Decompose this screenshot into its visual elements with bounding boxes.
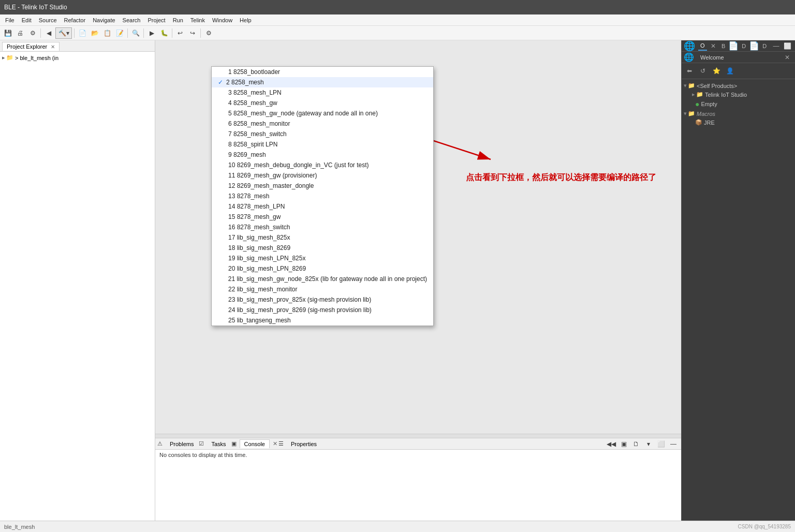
dropdown-item-11[interactable]: 11 8269_mesh_gw (provisioner)	[212, 170, 433, 181]
dropdown-item-22[interactable]: 22 lib_sig_mesh_monitor	[212, 284, 433, 294]
dropdown-item-12[interactable]: 12 8269_mesh_master_dongle	[212, 181, 433, 191]
right-action-btn2[interactable]: ↺	[697, 65, 709, 77]
bottom-toolbar-btn2[interactable]: ▣	[618, 438, 629, 450]
dropdown-item-label: 1 8258_bootloader	[228, 68, 280, 76]
console-content: No consoles to display at this time.	[155, 450, 681, 521]
right-tab-o[interactable]: O	[698, 41, 707, 51]
dropdown-item-7[interactable]: 7 8258_mesh_switch	[212, 129, 433, 139]
menu-telink[interactable]: Telink	[187, 16, 208, 24]
dropdown-item-1[interactable]: 1 8258_bootloader	[212, 67, 433, 77]
dropdown-item-17[interactable]: 17 lib_sig_mesh_825x	[212, 232, 433, 243]
right-tab-b[interactable]: B	[719, 42, 727, 50]
menu-file[interactable]: File	[2, 16, 18, 24]
dropdown-item-3[interactable]: 3 8258_mesh_LPN	[212, 87, 433, 98]
right-action-btn1[interactable]: ⬅	[684, 65, 695, 77]
tasks-tab[interactable]: Tasks	[207, 440, 230, 448]
dropdown-item-16[interactable]: 16 8278_mesh_switch	[212, 222, 433, 232]
right-panel-icon: 🌐	[684, 40, 695, 52]
dropdown-item-13[interactable]: 13 8278_mesh	[212, 191, 433, 201]
bottom-toolbar-btn4[interactable]: ▾	[643, 438, 654, 450]
properties-tab[interactable]: Properties	[287, 440, 321, 448]
dropdown-item-19[interactable]: 19 lib_sig_mesh_LPN_825x	[212, 253, 433, 263]
right-action-btn4[interactable]: 👤	[724, 65, 735, 77]
bottom-minimize[interactable]: —	[668, 438, 679, 450]
menu-window[interactable]: Window	[209, 16, 235, 24]
welcome-tab[interactable]: Welcome	[696, 53, 728, 62]
right-maximize[interactable]: ⬜	[783, 40, 793, 52]
toolbar-debug[interactable]: 🐛	[158, 27, 170, 39]
circle-icon: ●	[695, 100, 699, 108]
welcome-close[interactable]: ✕	[782, 52, 793, 63]
dropdown-item-24[interactable]: 24 lib_sig_mesh_prov_8269 (sig-mesh prov…	[212, 305, 433, 315]
dropdown-item-label: 21 lib_sig_mesh_gw_node_825x (lib for ga…	[228, 275, 427, 283]
right-panel-actions: ⬅ ↺ ⭐ 👤	[682, 63, 795, 79]
dropdown-item-23[interactable]: 23 lib_sig_mesh_prov_825x (sig-mesh prov…	[212, 294, 433, 305]
dropdown-item-15[interactable]: 15 8278_mesh_gw	[212, 212, 433, 222]
right-tree-macros[interactable]: ▾ 📁 Macros	[684, 109, 793, 118]
right-tab-d1[interactable]: D	[740, 42, 748, 50]
right-tree-telink[interactable]: ▸ 📁 Telink IoT Studio	[684, 90, 793, 99]
menu-search[interactable]: Search	[120, 16, 144, 24]
menu-refactor[interactable]: Refactor	[61, 16, 89, 24]
toolbar-undo[interactable]: ↩	[174, 27, 186, 39]
dropdown-item-18[interactable]: 18 lib_sig_mesh_8269	[212, 243, 433, 253]
dropdown-item-5[interactable]: 5 8258_mesh_gw_node (gateway and node al…	[212, 108, 433, 119]
properties-icon: ☰	[278, 440, 284, 447]
dropdown-item-8[interactable]: 8 8258_spirit LPN	[212, 139, 433, 150]
menu-run[interactable]: Run	[170, 16, 186, 24]
toolbar-copy[interactable]: 📋	[101, 27, 113, 39]
right-tree-arrow-2: ▸	[692, 91, 695, 98]
right-minimize[interactable]: —	[771, 40, 781, 52]
bottom-maximize[interactable]: ⬜	[655, 438, 667, 450]
console-tab[interactable]: Console	[240, 439, 270, 448]
status-bar: ble_lt_mesh CSDN @qq_54193285	[0, 521, 795, 532]
menu-help[interactable]: Help	[237, 16, 255, 24]
dropdown-item-21[interactable]: 21 lib_sig_mesh_gw_node_825x (lib for ga…	[212, 274, 433, 284]
bottom-toolbar-btn1[interactable]: ◀◀	[606, 438, 617, 450]
menu-edit[interactable]: Edit	[19, 16, 35, 24]
dropdown-item-9[interactable]: 9 8269_mesh	[212, 150, 433, 160]
project-explorer-close[interactable]: ✕	[51, 44, 55, 50]
right-tree-empty[interactable]: ● Empty	[684, 99, 793, 109]
toolbar-properties[interactable]: ⚙	[27, 27, 38, 39]
dropdown-item-25[interactable]: 25 lib_tangseng_mesh	[212, 315, 433, 326]
dropdown-item-10[interactable]: 10 8269_mesh_debug_dongle_in_VC (just fo…	[212, 160, 433, 170]
toolbar-open[interactable]: 📂	[89, 27, 100, 39]
toolbar-run[interactable]: ▶	[146, 27, 157, 39]
tree-item-label: > ble_lt_mesh (in	[15, 55, 58, 61]
dropdown-item-20[interactable]: 20 lib_sig_mesh_LPN_8269	[212, 263, 433, 274]
right-panel-content: ▾ 📁 <Self Products> ▸ 📁 Telink IoT Studi…	[682, 79, 795, 521]
folder-icon: 📁	[6, 54, 13, 61]
toolbar-back[interactable]: ◀	[43, 27, 54, 39]
right-action-btn3[interactable]: ⭐	[711, 65, 722, 77]
right-close-btn[interactable]: ✕	[708, 40, 718, 52]
toolbar-print[interactable]: 🖨	[14, 27, 26, 39]
bottom-toolbar-btn3[interactable]: 🗋	[630, 438, 642, 450]
toolbar-settings[interactable]: ⚙	[203, 27, 214, 39]
dropdown-item-14[interactable]: 14 8278_mesh_LPN	[212, 201, 433, 212]
dropdown-item-6[interactable]: 6 8258_mesh_monitor	[212, 119, 433, 129]
toolbar-save[interactable]: 💾	[2, 27, 13, 39]
problems-tab[interactable]: Problems	[166, 440, 198, 448]
bottom-tab-bar: ⚠ Problems ☑ Tasks ▣ Console ✕ ☰ Propert…	[155, 438, 681, 450]
toolbar-search[interactable]: 🔍	[130, 27, 141, 39]
dropdown-item-label: 14 8278_mesh_LPN	[228, 203, 285, 210]
project-explorer-tab[interactable]: Project Explorer ✕	[2, 42, 60, 51]
toolbar-build-dropdown[interactable]: 🔨▾	[55, 27, 72, 39]
toolbar-redo[interactable]: ↪	[187, 27, 198, 39]
toolbar-new[interactable]: 📄	[77, 27, 88, 39]
right-tree-self-products[interactable]: ▾ 📁 <Self Products>	[684, 81, 793, 90]
console-close-btn[interactable]: ✕	[273, 440, 277, 447]
menu-navigate[interactable]: Navigate	[90, 16, 118, 24]
dropdown-item-4[interactable]: 4 8258_mesh_gw	[212, 98, 433, 108]
right-tree-jre[interactable]: 📦 JRE	[684, 118, 793, 127]
menu-source[interactable]: Source	[36, 16, 60, 24]
tree-item-ble[interactable]: ▸ 📁 > ble_lt_mesh (in	[2, 54, 153, 62]
dropdown-item-2[interactable]: ✓2 8258_mesh	[212, 77, 433, 87]
right-folder-icon-2: 📁	[696, 91, 703, 98]
right-tab-d2[interactable]: D	[760, 42, 769, 50]
menu-project[interactable]: Project	[144, 16, 168, 24]
scroll-area[interactable]	[155, 434, 681, 438]
toolbar-paste[interactable]: 📝	[114, 27, 125, 39]
toolbar-sep-3	[127, 28, 128, 38]
